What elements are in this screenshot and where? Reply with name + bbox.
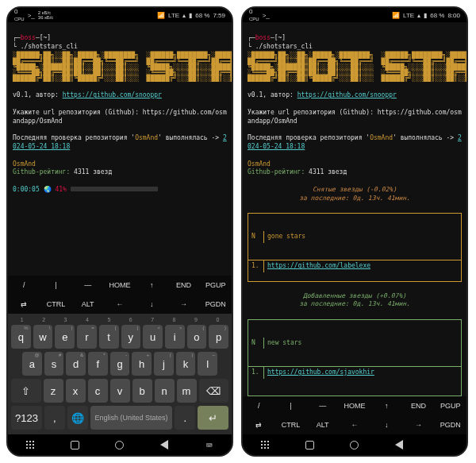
key-comma[interactable]: , (44, 406, 65, 430)
key-k[interactable]: k) (176, 352, 196, 376)
clock: 8:00 (447, 12, 460, 19)
cpu-indicator: 0CPU (14, 8, 25, 22)
wifi-icon: 📶 (157, 12, 165, 19)
extra-key[interactable]: CTRL (40, 295, 71, 314)
wifi-icon: 📶 (392, 12, 400, 19)
extra-key[interactable]: HOME (104, 276, 136, 295)
key-y[interactable]: y] (121, 325, 141, 349)
globe-icon[interactable]: 🌐 (67, 406, 88, 430)
clock: 7:59 (213, 12, 225, 19)
user-link[interactable]: https://github.com/sjavokhir (267, 368, 374, 376)
key-symbols[interactable]: ?123 (11, 406, 42, 430)
gone-stars-table: Ngone stars 1.https://github.com/labelex… (248, 213, 462, 282)
extra-key[interactable]: — (307, 396, 339, 415)
battery-icon: ▮ (424, 12, 427, 19)
nav-home[interactable] (349, 439, 360, 450)
battery-pct: 68 % (430, 12, 444, 19)
user-link[interactable]: https://github.com/labelexe (267, 262, 370, 269)
key-x[interactable]: x (66, 379, 86, 403)
key-e[interactable]: e| (55, 325, 75, 349)
progress-bar (71, 187, 158, 191)
table-row: 1.https://github.com/labelexe (248, 260, 461, 272)
terminal-icon: >_ (263, 12, 270, 19)
terminal-output[interactable]: ┌─boss—[~] └ ./shotstars_cli ░██████╗██╗… (243, 22, 466, 396)
key-a[interactable]: a@ (22, 352, 42, 376)
extra-key[interactable]: PGDN (200, 295, 232, 314)
battery-pct: 68 % (195, 12, 209, 19)
extra-key[interactable]: CTRL (274, 415, 306, 434)
extra-key[interactable]: → (167, 295, 199, 314)
key-s[interactable]: s# (44, 352, 64, 376)
nav-grid-icon[interactable] (259, 439, 271, 450)
ascii-logo: ░██████╗██╗░░██╗░█████╗░████████╗ ░█████… (13, 52, 227, 81)
android-navbar (243, 434, 466, 455)
extra-key[interactable]: ← (104, 295, 136, 314)
extra-key[interactable]: PGDN (435, 415, 466, 434)
extra-key[interactable]: ALT (307, 415, 339, 434)
cpu-indicator: 0CPU (249, 8, 259, 22)
nav-home[interactable] (114, 439, 125, 450)
key-f[interactable]: f* (88, 352, 108, 376)
lte-label: LTE (168, 12, 179, 19)
key-m[interactable]: m (177, 379, 197, 403)
extra-key[interactable]: / (8, 276, 40, 295)
key-t[interactable]: t[ (99, 325, 119, 349)
new-stars-table: Nnew stars 1.https://github.com/sjavokhi… (248, 319, 462, 396)
android-navbar: ⌨ (8, 434, 232, 455)
nav-grid-icon[interactable] (25, 439, 36, 450)
extra-key[interactable]: PGUP (435, 396, 466, 415)
extra-key[interactable]: ↓ (136, 295, 167, 314)
author-link[interactable]: https://github.com/snooppr (298, 91, 397, 98)
net-speed: 2 кБ/с36 кБ/с (38, 10, 54, 20)
nav-recents[interactable] (305, 439, 316, 450)
key-w[interactable]: w\ (33, 325, 53, 349)
extra-key[interactable]: PGUP (200, 276, 232, 295)
extra-key[interactable]: ↓ (370, 415, 402, 434)
key-u[interactable]: u< (143, 325, 163, 349)
extra-key[interactable]: ↑ (370, 396, 402, 415)
key-backspace[interactable]: ⌫ (199, 379, 229, 403)
key-dot[interactable]: . (175, 406, 195, 430)
key-space[interactable]: English (United States) (90, 406, 173, 430)
key-r[interactable]: r= (77, 325, 97, 349)
key-j[interactable]: j( (154, 352, 174, 376)
terminal-icon: >_ (28, 12, 35, 19)
key-c[interactable]: c (88, 379, 108, 403)
key-l[interactable]: l~ (198, 352, 217, 376)
extra-key[interactable]: — (72, 276, 104, 295)
key-i[interactable]: i> (165, 325, 185, 349)
extra-key[interactable]: END (402, 396, 434, 415)
nav-back[interactable] (393, 439, 405, 450)
nav-recents[interactable] (70, 439, 81, 450)
key-d[interactable]: d& (66, 352, 86, 376)
extra-key[interactable]: | (40, 276, 71, 295)
extra-key[interactable]: ⇄ (8, 295, 40, 314)
key-h[interactable]: h+ (132, 352, 152, 376)
key-n[interactable]: n (155, 379, 175, 403)
key-z[interactable]: z (44, 379, 63, 403)
author-link[interactable]: https://github.com/snooppr (63, 91, 162, 98)
extra-key[interactable]: ↑ (136, 276, 167, 295)
key-p[interactable]: p} (209, 325, 228, 349)
extra-key[interactable]: ← (339, 415, 370, 434)
key-shift[interactable]: ⇧ (11, 379, 41, 403)
signal-icon: ▴ (182, 12, 186, 19)
key-g[interactable]: g- (110, 352, 130, 376)
nav-back[interactable] (159, 439, 170, 450)
extra-key[interactable]: | (274, 396, 306, 415)
key-enter[interactable]: ↵ (198, 406, 228, 430)
nav-empty (439, 439, 450, 450)
extra-key[interactable]: ALT (72, 295, 104, 314)
key-q[interactable]: q% (11, 325, 31, 349)
extra-key[interactable]: HOME (339, 396, 370, 415)
extra-key[interactable]: / (243, 396, 274, 415)
key-b[interactable]: b (132, 379, 152, 403)
key-v[interactable]: v (110, 379, 130, 403)
battery-icon: ▮ (189, 12, 192, 19)
extra-key[interactable]: ⇄ (243, 415, 274, 434)
extra-key[interactable]: → (402, 415, 434, 434)
extra-key[interactable]: END (167, 276, 199, 295)
key-o[interactable]: o{ (187, 325, 207, 349)
terminal-output[interactable]: ┌─boss—[~] └ ./shotstars_cli ░██████╗██╗… (8, 22, 232, 276)
nav-ime-icon[interactable]: ⌨ (204, 439, 215, 450)
